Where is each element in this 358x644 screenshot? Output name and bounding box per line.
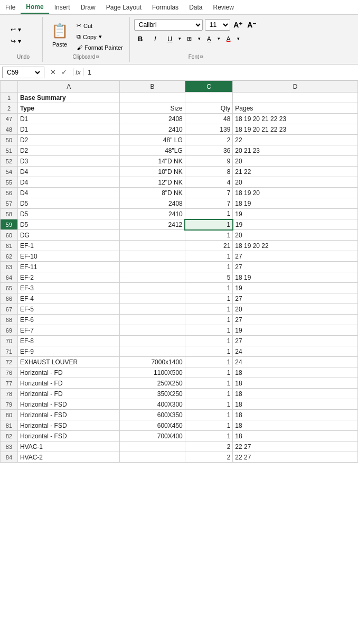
cell-a[interactable]: Horizontal - FSD [17, 431, 119, 441]
cell-b[interactable]: 350X250 [120, 389, 185, 399]
row-number[interactable]: 77 [1, 378, 18, 389]
cell-b[interactable] [120, 336, 185, 346]
row-number[interactable]: 83 [1, 441, 18, 452]
cell-a[interactable]: EF-8 [17, 336, 119, 346]
font-name-select[interactable]: Calibri [134, 19, 203, 31]
cell-a[interactable]: D4 [17, 188, 119, 198]
cancel-formula-icon[interactable]: ✕ [49, 67, 58, 77]
cell-a[interactable]: EF-5 [17, 304, 119, 315]
row-number[interactable]: 48 [1, 124, 18, 135]
cell-ref-select[interactable]: C59 [5, 68, 42, 77]
cell-d[interactable]: 20 [233, 156, 358, 167]
cell-b[interactable] [120, 452, 185, 463]
cell-c[interactable]: 1 [185, 315, 233, 325]
cell-d[interactable]: 24 [233, 346, 358, 357]
cell-b[interactable]: 1100X500 [120, 367, 185, 378]
cell-d[interactable]: 18 [233, 420, 358, 431]
underline-button[interactable]: U [164, 33, 176, 44]
cell-b[interactable] [120, 262, 185, 272]
cell-a[interactable]: EF-4 [17, 293, 119, 304]
cell-b[interactable]: 48"LG [120, 145, 185, 156]
row-number[interactable]: 67 [1, 304, 18, 315]
cell-d[interactable]: 19 [233, 219, 358, 230]
undo-dropdown-icon[interactable]: ▾ [18, 26, 21, 33]
row-number[interactable]: 52 [1, 156, 18, 167]
cell-c[interactable]: 7 [185, 188, 233, 198]
row-number[interactable]: 84 [1, 452, 18, 463]
cell-d[interactable]: 21 22 [233, 167, 358, 177]
cell-c[interactable] [185, 93, 233, 103]
cell-a[interactable]: EF-6 [17, 315, 119, 325]
cell-c[interactable]: 1 [185, 399, 233, 410]
cell-c[interactable]: 2 [185, 441, 233, 452]
menu-home[interactable]: Home [21, 1, 49, 14]
cell-a[interactable]: D1 [17, 114, 119, 124]
row-number[interactable]: 2 [1, 103, 18, 114]
cell-b[interactable] [120, 241, 185, 251]
cell-b[interactable]: 2408 [120, 114, 185, 124]
font-color-dropdown-icon[interactable]: ▾ [237, 36, 240, 41]
row-number[interactable]: 69 [1, 325, 18, 336]
cell-a[interactable]: EF-11 [17, 262, 119, 272]
row-number[interactable]: 60 [1, 230, 18, 241]
cell-d[interactable]: 18 19 [233, 272, 358, 283]
cell-c[interactable]: 139 [185, 124, 233, 135]
underline-dropdown-icon[interactable]: ▾ [178, 36, 181, 41]
cell-c[interactable]: 1 [185, 367, 233, 378]
cell-c[interactable]: 1 [185, 283, 233, 293]
row-number[interactable]: 65 [1, 283, 18, 293]
row-number[interactable]: 63 [1, 262, 18, 272]
cell-c[interactable]: 1 [185, 209, 233, 219]
cell-d[interactable]: 22 [233, 135, 358, 145]
cell-b[interactable]: 8"D NK [120, 188, 185, 198]
fill-color-button[interactable]: A̲ [203, 33, 215, 44]
cell-c[interactable]: 4 [185, 177, 233, 188]
menu-data[interactable]: Data [184, 2, 208, 13]
cell-c[interactable]: 1 [185, 410, 233, 420]
cell-c[interactable]: 1 [185, 420, 233, 431]
cell-d[interactable]: 20 21 23 [233, 145, 358, 156]
cell-a[interactable]: D5 [17, 209, 119, 219]
menu-review[interactable]: Review [208, 2, 239, 13]
cell-a[interactable]: Horizontal - FD [17, 378, 119, 389]
row-number[interactable]: 55 [1, 177, 18, 188]
formula-value[interactable]: 1 [86, 68, 356, 77]
cell-c[interactable]: 48 [185, 114, 233, 124]
cell-a[interactable]: D3 [17, 156, 119, 167]
cell-a[interactable]: D4 [17, 177, 119, 188]
cell-a[interactable]: EF-1 [17, 241, 119, 251]
cell-b[interactable]: 600X450 [120, 420, 185, 431]
cell-d[interactable]: 18 19 20 22 [233, 241, 358, 251]
cell-d[interactable]: 22 27 [233, 441, 358, 452]
font-increase-button[interactable]: A⁺ [232, 19, 244, 31]
cell-b[interactable]: 2410 [120, 124, 185, 135]
cell-a[interactable]: Horizontal - FSD [17, 399, 119, 410]
cell-d[interactable]: 19 [233, 283, 358, 293]
cell-c[interactable]: 1 [185, 346, 233, 357]
row-number[interactable]: 54 [1, 167, 18, 177]
row-number[interactable]: 78 [1, 389, 18, 399]
cell-a[interactable]: Base Summary [17, 93, 119, 103]
cell-a[interactable]: DG [17, 230, 119, 241]
cell-c[interactable]: 1 [185, 325, 233, 336]
cell-a[interactable]: EF-10 [17, 251, 119, 262]
row-number[interactable]: 82 [1, 431, 18, 441]
cell-d[interactable]: 20 [233, 230, 358, 241]
cell-c[interactable]: 1 [185, 219, 233, 230]
cell-c[interactable]: 1 [185, 378, 233, 389]
cell-c[interactable]: 5 [185, 272, 233, 283]
cell-a[interactable]: Horizontal - FSD [17, 420, 119, 431]
row-number[interactable]: 50 [1, 135, 18, 145]
row-number[interactable]: 76 [1, 367, 18, 378]
font-decrease-button[interactable]: A⁻ [246, 19, 258, 31]
row-number[interactable]: 61 [1, 241, 18, 251]
cell-c[interactable]: 1 [185, 357, 233, 367]
cell-d[interactable]: 18 19 20 21 22 23 [233, 114, 358, 124]
cell-d[interactable]: 19 [233, 209, 358, 219]
bold-button[interactable]: B [134, 33, 147, 44]
row-number[interactable]: 72 [1, 357, 18, 367]
cell-c[interactable]: 9 [185, 156, 233, 167]
cell-d[interactable]: 19 [233, 325, 358, 336]
cell-b[interactable]: 10"D NK [120, 167, 185, 177]
row-number[interactable]: 66 [1, 293, 18, 304]
